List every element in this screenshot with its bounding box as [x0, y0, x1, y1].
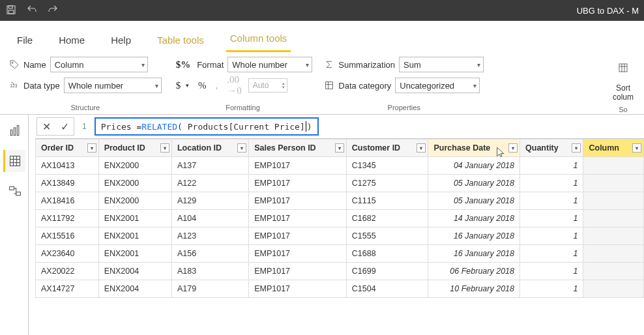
cell[interactable]: ENX2004: [98, 280, 171, 298]
cell[interactable]: 10 February 2018: [428, 280, 520, 298]
cell[interactable]: [583, 245, 644, 263]
cell[interactable]: A129: [171, 192, 248, 210]
cell[interactable]: 16 January 2018: [428, 245, 520, 263]
cell[interactable]: 1: [520, 210, 583, 227]
col-header[interactable]: Sales Person ID▾: [249, 139, 347, 157]
currency-button[interactable]: $ ▾: [173, 80, 192, 91]
nav-data[interactable]: [3, 150, 25, 172]
cell[interactable]: 1: [520, 157, 583, 175]
filter-dropdown-icon[interactable]: ▾: [335, 143, 344, 153]
col-header[interactable]: Order ID▾: [36, 139, 99, 157]
cell[interactable]: [583, 192, 644, 210]
cell[interactable]: 1: [520, 227, 583, 245]
decimal-button[interactable]: .00→0: [224, 74, 244, 96]
cell[interactable]: AX13849: [36, 175, 99, 192]
cell[interactable]: ENX2001: [98, 245, 171, 263]
cell[interactable]: C1345: [346, 157, 428, 175]
table-row[interactable]: AX15516ENX2001A123EMP1017C155516 January…: [36, 227, 644, 245]
redo-icon[interactable]: [47, 4, 59, 18]
table-row[interactable]: AX11792ENX2001A104EMP1017C168214 January…: [36, 210, 644, 227]
filter-dropdown-icon[interactable]: ▾: [508, 143, 518, 153]
tab-home[interactable]: Home: [55, 27, 89, 52]
filter-dropdown-icon[interactable]: ▾: [632, 143, 641, 153]
datacategory-combo[interactable]: Uncategorized: [395, 78, 480, 93]
cell[interactable]: ENX2000: [98, 192, 171, 210]
cell[interactable]: EMP1017: [249, 245, 347, 263]
name-input[interactable]: Column: [50, 57, 148, 72]
cell[interactable]: 04 January 2018: [428, 157, 520, 175]
cancel-formula-button[interactable]: ✕: [37, 121, 55, 133]
cell[interactable]: AX15516: [36, 227, 99, 245]
cell[interactable]: EMP1017: [249, 210, 347, 227]
table-row[interactable]: AX14727ENX2004A179EMP1017C150410 Februar…: [36, 280, 644, 298]
cell[interactable]: 16 January 2018: [428, 227, 520, 245]
cell[interactable]: EMP1017: [249, 263, 347, 280]
cell[interactable]: 06 February 2018: [428, 263, 520, 280]
cell[interactable]: 14 January 2018: [428, 210, 520, 227]
cell[interactable]: C1688: [346, 245, 428, 263]
nav-model[interactable]: [3, 180, 25, 202]
filter-dropdown-icon[interactable]: ▾: [237, 143, 246, 153]
cell[interactable]: [583, 263, 644, 280]
col-header[interactable]: Purchase Date▾: [428, 139, 520, 157]
cell[interactable]: [583, 210, 644, 227]
cell[interactable]: C1275: [346, 175, 428, 192]
summarization-combo[interactable]: Sum: [399, 57, 484, 72]
formula-input[interactable]: Prices = RELATED( Products[Current Price…: [95, 117, 319, 136]
table-row[interactable]: AX10413ENX2000A137EMP1017C134504 January…: [36, 157, 644, 175]
cell[interactable]: EMP1017: [249, 157, 347, 175]
cell[interactable]: 1: [520, 263, 583, 280]
cell[interactable]: A123: [171, 227, 248, 245]
decimal-places-spin[interactable]: Auto: [248, 78, 287, 93]
cell[interactable]: 1: [520, 280, 583, 298]
datatype-combo[interactable]: Whole number: [64, 78, 162, 93]
cell[interactable]: C1699: [346, 263, 428, 280]
percent-button[interactable]: %: [196, 80, 209, 91]
cell[interactable]: EMP1017: [249, 227, 347, 245]
cell[interactable]: [583, 280, 644, 298]
cell[interactable]: 05 January 2018: [428, 175, 520, 192]
tab-file[interactable]: File: [13, 27, 37, 52]
cell[interactable]: A104: [171, 210, 248, 227]
cell[interactable]: 05 January 2018: [428, 192, 520, 210]
cell[interactable]: [583, 175, 644, 192]
comma-button[interactable]: ,: [212, 80, 220, 91]
cell[interactable]: C1555: [346, 227, 428, 245]
cell[interactable]: EMP1017: [249, 280, 347, 298]
cell[interactable]: A122: [171, 175, 248, 192]
save-icon[interactable]: [5, 4, 17, 18]
cell[interactable]: EMP1017: [249, 175, 347, 192]
table-row[interactable]: AX23640ENX2001A156EMP1017C168816 January…: [36, 245, 644, 263]
sort-icon[interactable]: [611, 56, 635, 80]
col-header[interactable]: Quantity▾: [520, 139, 583, 157]
filter-dropdown-icon[interactable]: ▾: [160, 143, 169, 153]
cell[interactable]: AX14727: [36, 280, 99, 298]
tab-columntools[interactable]: Column tools: [226, 25, 291, 52]
commit-formula-button[interactable]: ✓: [55, 121, 74, 133]
nav-report[interactable]: [3, 120, 25, 142]
cell[interactable]: 1: [520, 175, 583, 192]
cell[interactable]: AX23640: [36, 245, 99, 263]
filter-dropdown-icon[interactable]: ▾: [572, 143, 581, 153]
format-combo[interactable]: Whole number: [227, 57, 312, 72]
tab-help[interactable]: Help: [107, 27, 135, 52]
cell[interactable]: ENX2004: [98, 263, 171, 280]
cell[interactable]: 1: [520, 192, 583, 210]
data-grid[interactable]: Order ID▾Product ID▾Location ID▾Sales Pe…: [35, 138, 644, 298]
cell[interactable]: ENX2000: [98, 157, 171, 175]
cell[interactable]: [583, 227, 644, 245]
cell[interactable]: C1115: [346, 192, 428, 210]
cell[interactable]: ENX2000: [98, 175, 171, 192]
tab-tabletools[interactable]: Table tools: [153, 27, 208, 52]
cell[interactable]: C1682: [346, 210, 428, 227]
undo-icon[interactable]: [26, 4, 38, 18]
cell[interactable]: AX18416: [36, 192, 99, 210]
filter-dropdown-icon[interactable]: ▾: [417, 143, 426, 153]
cell[interactable]: AX20022: [36, 263, 99, 280]
table-row[interactable]: AX13849ENX2000A122EMP1017C127505 January…: [36, 175, 644, 192]
cell[interactable]: AX10413: [36, 157, 99, 175]
cell[interactable]: A156: [171, 245, 248, 263]
cell[interactable]: 1: [520, 245, 583, 263]
cell[interactable]: C1504: [346, 280, 428, 298]
cell[interactable]: A179: [171, 280, 248, 298]
